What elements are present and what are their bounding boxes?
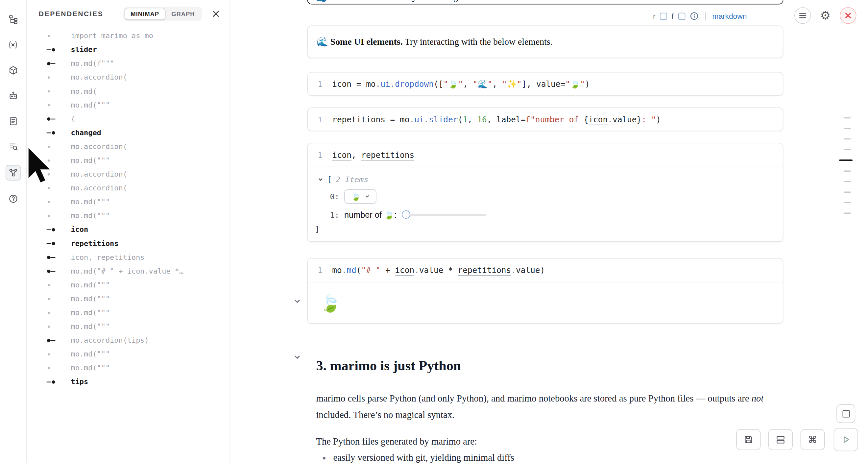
r-checkbox[interactable] <box>660 12 667 20</box>
node-variable-icon <box>46 379 71 384</box>
code-cell-slider[interactable]: 1 repetitions = mo.ui.slider(1, 16, labe… <box>307 107 783 131</box>
dependency-item[interactable]: mo.md(""" <box>27 209 230 223</box>
snippets-icon[interactable] <box>6 114 20 129</box>
code-token: value <box>536 80 561 89</box>
dependency-item[interactable]: ( <box>27 112 230 126</box>
minimap-line[interactable] <box>844 117 851 118</box>
code-line[interactable]: mo.md("# " + icon.value * repetitions.va… <box>332 266 545 275</box>
node-dot-icon <box>46 297 71 301</box>
dependency-item[interactable]: changed <box>27 126 230 140</box>
help-icon[interactable] <box>6 192 20 206</box>
chevron-down-icon[interactable] <box>293 297 302 306</box>
view-toggle: MINIMAP GRAPH <box>123 7 202 21</box>
ui-elements-rest: Try interacting with the below elements. <box>403 36 553 47</box>
run-button[interactable] <box>834 428 858 452</box>
markdown-editor-clipped[interactable]: 🌊 Some UI elements. Try interacting with… <box>307 0 783 4</box>
minimap-line[interactable] <box>839 159 852 161</box>
dependency-item[interactable]: mo.md( <box>27 84 230 98</box>
dependency-item[interactable]: mo.accordion( <box>27 70 230 84</box>
code-token: . <box>608 115 613 124</box>
menu-button[interactable] <box>794 7 811 24</box>
dependency-item[interactable]: mo.md(""" <box>27 195 230 209</box>
chevron-down-icon[interactable] <box>318 175 323 184</box>
settings-button[interactable]: ⚙ <box>817 7 834 24</box>
minimap-line[interactable] <box>844 192 851 193</box>
line-number: 1 <box>308 115 332 124</box>
variables-icon[interactable] <box>6 37 20 52</box>
packages-icon[interactable] <box>6 63 20 78</box>
dropdown-widget[interactable]: 🍃 <box>344 189 376 204</box>
shutdown-button[interactable] <box>840 7 857 24</box>
dependency-item[interactable]: icon, repetitions <box>27 250 230 264</box>
dependency-item[interactable]: slider <box>27 43 230 57</box>
f-checkbox[interactable] <box>678 12 685 20</box>
markdown-mode-link[interactable]: markdown <box>712 12 747 20</box>
code-line[interactable]: icon = mo.ui.dropdown(["🍃", "🌊", "✨"], v… <box>332 80 590 89</box>
dependency-item[interactable]: mo.accordion( <box>27 140 230 153</box>
dependency-item[interactable]: mo.md("# " + icon.value *… <box>27 264 230 278</box>
code-token: ) <box>656 115 661 124</box>
slider-widget[interactable] <box>402 214 486 216</box>
clipped-editor-text: 🌊 Some UI elements. Try interacting with… <box>316 0 552 3</box>
close-panel-icon[interactable] <box>210 8 222 20</box>
slider-knob[interactable] <box>402 211 410 219</box>
dependency-item[interactable]: mo.md(""" <box>27 319 230 333</box>
dependency-item[interactable]: icon <box>27 223 230 237</box>
code-token: repetitions <box>458 266 511 276</box>
minimap-line[interactable] <box>844 213 851 214</box>
item-index: 1: <box>330 211 339 219</box>
code-token: value <box>613 115 637 124</box>
dependency-label: mo.md("# " + icon.value *… <box>71 267 184 275</box>
bullet-text: easily versioned with git, yielding mini… <box>333 450 514 463</box>
dependency-item[interactable]: mo.md(""" <box>27 278 230 292</box>
dependency-item[interactable]: mo.accordion( <box>27 167 230 181</box>
minimap-line[interactable] <box>844 128 851 129</box>
code-token: value <box>516 266 540 275</box>
code-cell-dropdown[interactable]: 1 icon = mo.ui.dropdown(["🍃", "🌊", "✨"],… <box>307 72 783 96</box>
node-dot-icon <box>46 366 71 370</box>
chevron-down-icon[interactable] <box>293 353 302 362</box>
dependency-item[interactable]: import marimo as mo <box>27 29 230 43</box>
dependency-item[interactable]: mo.md(""" <box>27 98 230 112</box>
keyboard-shortcuts-button[interactable]: ⌘ <box>801 429 825 450</box>
minimap-line[interactable] <box>844 149 851 150</box>
dependency-item[interactable]: mo.accordion( <box>27 181 230 195</box>
dependency-label: mo.md(""" <box>71 295 110 303</box>
dependency-item[interactable]: repetitions <box>27 237 230 250</box>
ai-assistant-icon[interactable] <box>6 89 20 103</box>
dependency-label: mo.md(""" <box>71 156 110 164</box>
code-line[interactable]: icon, repetitions <box>332 151 414 159</box>
dependency-item[interactable]: mo.md(""" <box>27 306 230 319</box>
code-token: repetitions <box>332 115 385 124</box>
dependency-label: mo.md(""" <box>71 197 110 206</box>
dependency-item[interactable]: mo.md(""" <box>27 361 230 375</box>
layout-button[interactable] <box>768 429 793 450</box>
tab-minimap[interactable]: MINIMAP <box>125 8 165 20</box>
dependency-item[interactable]: mo.md(""" <box>27 153 230 167</box>
code-token: mo <box>332 266 342 275</box>
scratchpad-button[interactable] <box>836 404 855 423</box>
dependency-item[interactable]: mo.md(""" <box>27 347 230 361</box>
dependency-label: mo.md(""" <box>71 211 110 220</box>
tab-graph[interactable]: GRAPH <box>165 8 201 20</box>
dependency-item[interactable]: mo.accordion(tips) <box>27 334 230 347</box>
code-token: , <box>493 80 502 89</box>
code-line[interactable]: repetitions = mo.ui.slider(1, 16, label=… <box>332 115 661 124</box>
minimap-line[interactable] <box>844 138 851 140</box>
code-cell-md[interactable]: 1 mo.md("# " + icon.value * repetitions.… <box>307 258 783 324</box>
minimap-line[interactable] <box>844 202 851 203</box>
save-button[interactable] <box>736 429 761 450</box>
dependency-label: repetitions <box>71 239 119 247</box>
close-icon <box>845 12 851 19</box>
dependency-item[interactable]: mo.md(f""" <box>27 57 230 70</box>
dependencies-icon[interactable] <box>5 165 21 181</box>
file-tree-icon[interactable] <box>6 12 20 27</box>
code-cell-tuple[interactable]: 1 icon, repetitions [ 2 Items 0: 🍃 <box>307 143 783 242</box>
info-icon[interactable] <box>689 11 699 21</box>
minimap-line[interactable] <box>844 181 851 182</box>
minimap-line[interactable] <box>844 171 851 172</box>
logs-icon[interactable] <box>6 140 20 154</box>
dependency-item[interactable]: tips <box>27 375 230 389</box>
dependency-item[interactable]: mo.md(""" <box>27 292 230 306</box>
bullet-item: easily versioned with git, yielding mini… <box>316 450 766 463</box>
